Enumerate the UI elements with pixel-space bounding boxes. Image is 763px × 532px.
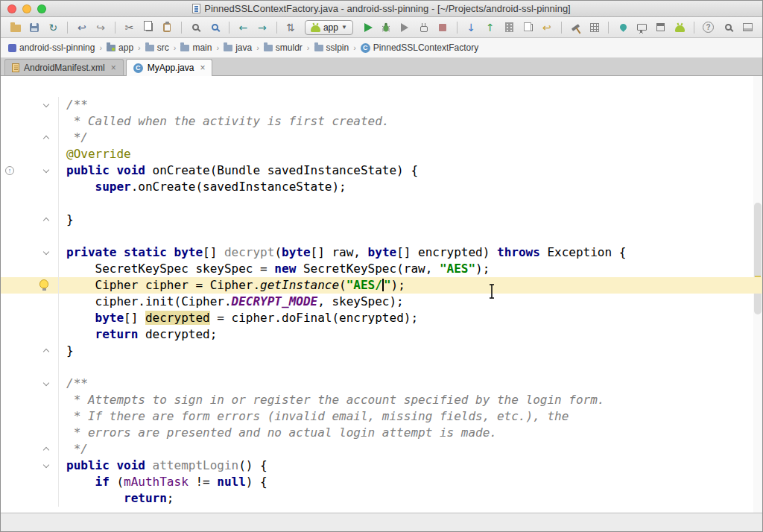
code-line-text — [59, 359, 66, 376]
folder-icon — [224, 45, 232, 51]
vcs-commit-icon[interactable]: ↑ — [481, 19, 498, 36]
breadcrumb-item[interactable]: smuldr — [264, 42, 303, 53]
code-line[interactable]: cipher.init(Cipher.DECRYPT_MODE, skeySpe… — [1, 294, 762, 310]
run-coverage-icon[interactable] — [396, 19, 414, 36]
code-line[interactable]: private static byte[] decrypt(byte[] raw… — [1, 244, 762, 261]
code-line[interactable]: * If there are form errors (invalid emai… — [1, 408, 762, 425]
android-device-icon[interactable] — [671, 19, 688, 36]
run-icon[interactable] — [358, 19, 376, 36]
avd-manager-icon[interactable] — [633, 19, 650, 36]
help-icon — [703, 22, 714, 33]
save-all-icon[interactable] — [25, 19, 42, 36]
code-line[interactable]: } — [1, 343, 762, 359]
debug-icon[interactable] — [377, 19, 394, 36]
tab-MyApp.java[interactable]: MyApp.java× — [126, 59, 213, 76]
help-icon[interactable] — [700, 19, 717, 36]
editor[interactable]: /** * Called when the activity is first … — [1, 76, 762, 513]
fold-marker-icon[interactable] — [43, 462, 49, 468]
stop-icon[interactable] — [434, 19, 451, 36]
redo-icon[interactable]: ↪ — [92, 19, 110, 36]
run-config-dropdown[interactable]: app▼ — [305, 20, 353, 35]
fold-marker-icon[interactable] — [43, 349, 49, 355]
search-icon[interactable] — [720, 19, 737, 36]
bug-icon — [380, 22, 392, 34]
gutter — [1, 212, 59, 228]
sdk-manager-icon[interactable] — [614, 19, 631, 36]
code-line[interactable] — [1, 359, 762, 376]
fold-marker-icon[interactable] — [43, 249, 49, 255]
breadcrumb-label: app — [118, 42, 133, 53]
code-line-text: if (mAuthTask != null) { — [59, 474, 267, 490]
fold-marker-icon[interactable] — [43, 136, 49, 142]
vcs-update-icon[interactable]: ↓ — [463, 19, 480, 36]
fold-marker-icon[interactable] — [43, 101, 49, 107]
code-line[interactable]: return decrypted; — [1, 326, 762, 343]
zoom-window-button[interactable] — [37, 4, 46, 13]
code-line[interactable] — [1, 195, 762, 212]
layout-editor-icon[interactable] — [652, 19, 669, 36]
code-line[interactable]: public void onCreate(Bundle savedInstanc… — [1, 162, 762, 179]
breadcrumb-item[interactable]: src — [145, 42, 169, 53]
code-token: decrypted — [145, 311, 210, 325]
back-icon[interactable]: ← — [235, 19, 252, 36]
breadcrumb-item[interactable]: android-ssl-pinning — [8, 42, 95, 53]
diff-icon[interactable] — [519, 19, 536, 36]
code-line[interactable]: if (mAuthTask != null) { — [1, 474, 762, 490]
compare-icon[interactable]: ⇅ — [282, 19, 300, 36]
forward-icon[interactable]: → — [253, 19, 270, 36]
fold-marker-icon[interactable] — [43, 167, 49, 173]
breadcrumb-item[interactable]: app — [107, 42, 133, 53]
code-line[interactable]: } — [1, 212, 762, 228]
code-line[interactable]: public void attemptLogin() { — [1, 457, 762, 474]
code-line[interactable]: * errors are presented and no actual log… — [1, 425, 762, 441]
rollback-icon[interactable]: ↩ — [538, 19, 555, 36]
undo-icon[interactable]: ↩ — [73, 19, 90, 36]
intention-bulb-icon[interactable] — [39, 279, 48, 288]
replace-icon[interactable] — [206, 19, 223, 36]
fold-marker-icon[interactable] — [43, 218, 49, 224]
fold-marker-icon[interactable] — [43, 380, 49, 386]
attach-debugger-icon[interactable] — [415, 19, 432, 36]
code-line[interactable]: byte[] decrypted = cipher.doFinal(encryp… — [1, 310, 762, 326]
build-icon[interactable] — [567, 19, 584, 36]
code-line[interactable]: return; — [1, 490, 762, 507]
open-folder-icon[interactable] — [7, 19, 24, 36]
gutter — [1, 343, 59, 359]
fold-marker-icon[interactable] — [43, 447, 49, 453]
code-line[interactable]: * Attempts to sign in or register the ac… — [1, 392, 762, 408]
paste-icon[interactable] — [159, 19, 176, 36]
code-token: onCreate(Bundle savedInstanceState) { — [153, 163, 418, 177]
code-line[interactable]: SecretKeySpec skeySpec = new SecretKeySp… — [1, 261, 762, 277]
breadcrumb-item[interactable]: main — [180, 42, 212, 53]
copy-icon[interactable] — [139, 19, 156, 36]
find-icon[interactable] — [187, 19, 204, 36]
tab-AndroidManifest.xml[interactable]: AndroidManifest.xml× — [4, 59, 124, 75]
overrides-method-icon[interactable] — [5, 166, 14, 175]
code-line[interactable]: */ — [1, 130, 762, 146]
code-line[interactable]: super.onCreate(savedInstanceState); — [1, 179, 762, 195]
code-line[interactable]: Cipher cipher = Cipher.getInstance("AES/… — [1, 277, 762, 294]
project-structure-icon[interactable] — [500, 19, 517, 36]
avd-manager-icon — [637, 24, 647, 31]
synchronize-icon[interactable]: ↻ — [45, 19, 62, 36]
tab-close-icon[interactable]: × — [111, 63, 116, 73]
cut-icon[interactable]: ✂ — [121, 19, 138, 36]
code-line[interactable]: /** — [1, 97, 762, 113]
project-settings-icon[interactable] — [586, 19, 603, 36]
code-line[interactable] — [1, 228, 762, 244]
window-title-area: PinnedSSLContextFactory.java - android-s… — [192, 3, 570, 14]
breadcrumb-item[interactable]: sslpin — [314, 42, 349, 53]
code-line[interactable]: */ — [1, 441, 762, 457]
toolbar-separator — [694, 22, 694, 34]
sdk-manager-icon — [618, 22, 628, 32]
tab-close-icon[interactable]: × — [200, 63, 205, 73]
breadcrumb-item[interactable]: PinnedSSLContextFactory — [361, 42, 478, 53]
code-line[interactable]: @Override — [1, 146, 762, 162]
code-line[interactable]: * Called when the activity is first crea… — [1, 113, 762, 130]
toolbar-separator — [561, 22, 562, 34]
breadcrumb-item[interactable]: java — [224, 42, 252, 53]
close-window-button[interactable] — [7, 4, 16, 13]
code-line[interactable]: /** — [1, 376, 762, 392]
minimize-window-button[interactable] — [22, 4, 31, 13]
window-panels-icon[interactable] — [739, 19, 756, 36]
